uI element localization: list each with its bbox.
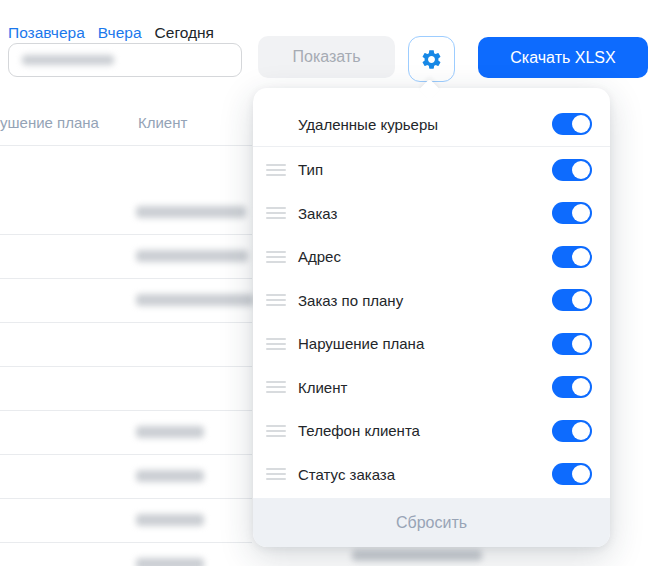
- popover-item-order-by-plan: Заказ по плану: [253, 279, 610, 323]
- link-today[interactable]: Сегодня: [155, 24, 214, 42]
- popover-item-label: Заказ по плану: [298, 292, 403, 309]
- redacted-client-cell: [136, 514, 204, 526]
- drag-handle-icon[interactable]: [266, 251, 286, 263]
- app-window: Позавчера Вчера Сегодня Показать Скачать…: [0, 0, 650, 566]
- popover-item-label: Удаленные курьеры: [298, 116, 438, 133]
- reset-button[interactable]: Сбросить: [253, 498, 610, 547]
- redacted-phone-cell: [352, 550, 482, 561]
- redacted-client-cell: [136, 558, 204, 566]
- link-yesterday[interactable]: Вчера: [98, 24, 142, 42]
- link-day-before-yesterday[interactable]: Позавчера: [8, 24, 85, 42]
- popover-item-label: Телефон клиента: [298, 422, 420, 439]
- table-row: [0, 146, 252, 190]
- redacted-client-cell: [136, 426, 204, 438]
- popover-item-label: Статус заказа: [298, 466, 395, 483]
- toggle-switch[interactable]: [552, 246, 592, 268]
- toggle-switch[interactable]: [552, 113, 592, 135]
- redacted-client-cell: [136, 470, 204, 482]
- redacted-client-cell: [136, 250, 248, 262]
- drag-handle-icon[interactable]: [266, 164, 286, 176]
- popover-item-order: Заказ: [253, 192, 610, 236]
- toggle-switch[interactable]: [552, 420, 592, 442]
- toggle-switch[interactable]: [552, 463, 592, 485]
- drag-handle-icon[interactable]: [266, 381, 286, 393]
- date-quick-links: Позавчера Вчера Сегодня: [8, 24, 214, 42]
- date-range-input[interactable]: [8, 43, 242, 77]
- table-row: [0, 234, 252, 279]
- redacted-client-cell: [136, 294, 254, 306]
- popover-item-type: Тип: [253, 148, 610, 192]
- popover-item-label: Тип: [298, 161, 323, 178]
- table-header-client: Клиент: [138, 114, 187, 131]
- gear-icon: [420, 48, 443, 71]
- table-row: [0, 542, 252, 566]
- show-button[interactable]: Показать: [258, 36, 395, 78]
- table-row: [0, 498, 252, 543]
- popover-item-deleted-couriers: Удаленные курьеры: [253, 88, 610, 147]
- popover-item-client-phone: Телефон клиента: [253, 409, 610, 453]
- redacted-client-cell: [136, 206, 246, 218]
- drag-handle-icon[interactable]: [266, 338, 286, 350]
- toggle-switch[interactable]: [552, 333, 592, 355]
- popover-item-client: Клиент: [253, 366, 610, 410]
- toggle-switch[interactable]: [552, 289, 592, 311]
- redacted-date-value: [22, 55, 114, 65]
- drag-handle-icon[interactable]: [266, 207, 286, 219]
- popover-item-plan-violation: Нарушение плана: [253, 322, 610, 366]
- table-header-plan-violation: ушение плана: [0, 114, 99, 131]
- drag-handle-icon[interactable]: [266, 294, 286, 306]
- toggle-switch[interactable]: [552, 159, 592, 181]
- table-row: [0, 322, 252, 367]
- popover-item-label: Адрес: [298, 248, 341, 265]
- table-row: [0, 410, 252, 455]
- table-row: [0, 454, 252, 499]
- popover-item-label: Нарушение плана: [298, 335, 424, 352]
- drag-handle-icon[interactable]: [266, 425, 286, 437]
- popover-column-list: Тип Заказ Адрес Заказ по плану Нарушение: [253, 148, 610, 496]
- toggle-switch[interactable]: [552, 376, 592, 398]
- toggle-switch[interactable]: [552, 202, 592, 224]
- download-xlsx-button[interactable]: Скачать XLSX: [478, 37, 648, 78]
- table-row: [0, 278, 252, 323]
- popover-item-label: Клиент: [298, 379, 347, 396]
- column-settings-button[interactable]: [408, 36, 455, 82]
- drag-handle-icon[interactable]: [266, 468, 286, 480]
- table-row: [0, 366, 252, 411]
- column-settings-popover: Удаленные курьеры Тип Заказ Адрес Зака: [253, 88, 610, 547]
- table-row: [0, 190, 252, 235]
- popover-item-address: Адрес: [253, 235, 610, 279]
- popover-item-order-status: Статус заказа: [253, 453, 610, 497]
- popover-item-label: Заказ: [298, 205, 337, 222]
